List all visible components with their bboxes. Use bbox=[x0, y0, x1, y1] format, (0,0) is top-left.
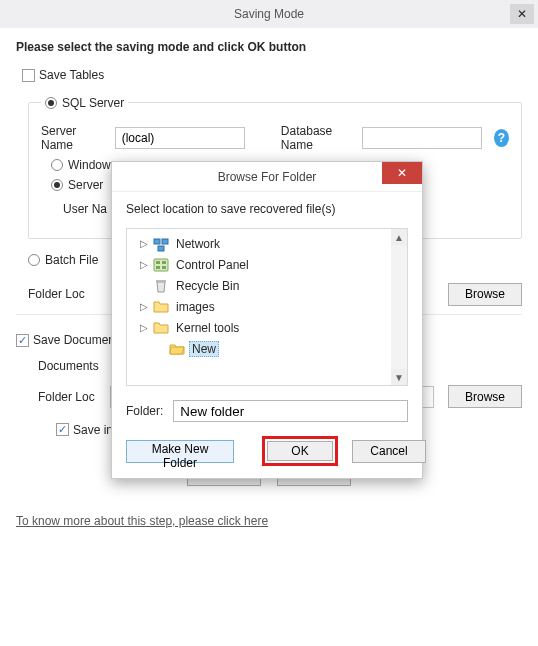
windows-auth-radio[interactable]: Window bbox=[51, 158, 111, 172]
docs-browse-button[interactable]: Browse bbox=[448, 385, 522, 408]
svg-rect-6 bbox=[156, 266, 160, 269]
scroll-down-button[interactable]: ▼ bbox=[391, 369, 407, 385]
tree-node-recycle-bin[interactable]: Recycle Bin bbox=[135, 275, 399, 296]
dialog-titlebar: Browse For Folder ✕ bbox=[112, 162, 422, 192]
radio-off-icon bbox=[28, 254, 40, 266]
server-auth-label: Server bbox=[68, 178, 103, 192]
dialog-title: Browse For Folder bbox=[218, 170, 317, 184]
batch-browse-button[interactable]: Browse bbox=[448, 283, 522, 306]
svg-rect-5 bbox=[162, 261, 166, 264]
help-icon[interactable]: ? bbox=[494, 129, 509, 147]
scrollbar-track[interactable] bbox=[391, 245, 407, 369]
tree-node-images[interactable]: ▷images bbox=[135, 296, 399, 317]
svg-rect-8 bbox=[156, 280, 166, 282]
svg-rect-3 bbox=[154, 259, 168, 271]
tree-node-label: New bbox=[189, 341, 219, 357]
tree-node-new[interactable]: New bbox=[135, 338, 399, 359]
server-auth-radio[interactable]: Server bbox=[51, 178, 103, 192]
batch-file-label: Batch File bbox=[45, 253, 98, 267]
scroll-up-button[interactable]: ▲ bbox=[391, 229, 407, 245]
tree-node-label: Network bbox=[173, 236, 223, 252]
titlebar: Saving Mode ✕ bbox=[0, 0, 538, 28]
docs-folder-label: Folder Loc bbox=[38, 390, 102, 404]
network-icon bbox=[153, 236, 169, 252]
save-documents-checkbox[interactable]: Save Documen bbox=[16, 333, 115, 347]
tree-node-label: Control Panel bbox=[173, 257, 252, 273]
tree-node-control-panel[interactable]: ▷Control Panel bbox=[135, 254, 399, 275]
folder-open-icon bbox=[169, 341, 185, 357]
batch-file-radio[interactable]: Batch File bbox=[28, 253, 98, 267]
dialog-close-button[interactable]: ✕ bbox=[382, 162, 422, 184]
ok-highlight-marker: OK bbox=[262, 436, 338, 466]
close-icon: ✕ bbox=[517, 7, 527, 21]
expand-icon: ▷ bbox=[139, 322, 149, 333]
instruction-text: Please select the saving mode and click … bbox=[16, 40, 522, 54]
database-name-label: Database Name bbox=[281, 124, 354, 152]
browse-folder-dialog: Browse For Folder ✕ Select location to s… bbox=[111, 161, 423, 479]
cpanel-icon bbox=[153, 257, 169, 273]
batch-folder-label: Folder Loc bbox=[28, 287, 92, 301]
expand-icon: ▷ bbox=[139, 259, 149, 270]
checkbox-icon bbox=[22, 69, 35, 82]
tree-node-kernel-tools[interactable]: ▷Kernel tools bbox=[135, 317, 399, 338]
dialog-instruction: Select location to save recovered file(s… bbox=[126, 202, 408, 216]
server-name-input[interactable] bbox=[115, 127, 245, 149]
folder-name-input[interactable] bbox=[173, 400, 408, 422]
tree-node-label: images bbox=[173, 299, 218, 315]
close-icon: ✕ bbox=[397, 166, 407, 180]
database-name-input[interactable] bbox=[362, 127, 482, 149]
save-tables-label: Save Tables bbox=[39, 68, 104, 82]
svg-rect-4 bbox=[156, 261, 160, 264]
checkbox-checked-icon bbox=[16, 334, 29, 347]
make-new-folder-button[interactable]: Make New Folder bbox=[126, 440, 234, 463]
learn-more-link[interactable]: To know more about this step, please cli… bbox=[16, 514, 268, 528]
svg-rect-1 bbox=[162, 239, 168, 244]
server-name-label: Server Name bbox=[41, 124, 107, 152]
expand-icon: ▷ bbox=[139, 301, 149, 312]
tree-node-label: Recycle Bin bbox=[173, 278, 242, 294]
folder-icon bbox=[153, 299, 169, 315]
svg-rect-0 bbox=[154, 239, 160, 244]
radio-on-icon bbox=[45, 97, 57, 109]
folder-icon bbox=[153, 320, 169, 336]
checkbox-checked-icon bbox=[56, 423, 69, 436]
recycle-icon bbox=[153, 278, 169, 294]
svg-rect-2 bbox=[158, 246, 164, 251]
folder-field-label: Folder: bbox=[126, 404, 163, 418]
svg-rect-7 bbox=[162, 266, 166, 269]
tree-node-network[interactable]: ▷Network bbox=[135, 233, 399, 254]
radio-off-icon bbox=[51, 159, 63, 171]
tree-node-label: Kernel tools bbox=[173, 320, 242, 336]
window-close-button[interactable]: ✕ bbox=[510, 4, 534, 24]
sql-server-radio[interactable]: SQL Server bbox=[45, 96, 124, 110]
sql-server-label: SQL Server bbox=[62, 96, 124, 110]
folder-tree: ▷Network▷Control PanelRecycle Bin▷images… bbox=[126, 228, 408, 386]
radio-on-icon bbox=[51, 179, 63, 191]
expand-icon: ▷ bbox=[139, 238, 149, 249]
save-documents-label: Save Documen bbox=[33, 333, 115, 347]
windows-auth-label: Window bbox=[68, 158, 111, 172]
dialog-cancel-button[interactable]: Cancel bbox=[352, 440, 426, 463]
save-tables-checkbox[interactable]: Save Tables bbox=[22, 68, 104, 82]
dialog-ok-button[interactable]: OK bbox=[267, 441, 333, 461]
window-title: Saving Mode bbox=[234, 7, 304, 21]
